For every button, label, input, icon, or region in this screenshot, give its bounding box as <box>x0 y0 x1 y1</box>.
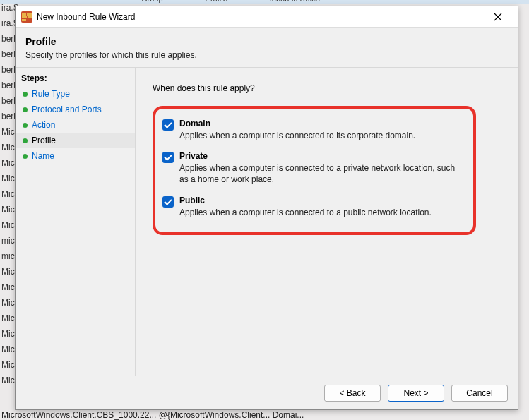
page-title: Profile <box>25 36 508 47</box>
svg-rect-5 <box>22 19 26 21</box>
steps-sidebar: Steps: Rule TypeProtocol and PortsAction… <box>16 68 136 376</box>
checkbox-public[interactable] <box>162 196 174 208</box>
back-button[interactable]: < Back <box>324 385 381 402</box>
profile-option-private: PrivateApplies when a computer is connec… <box>162 151 462 185</box>
profile-option-public: PublicApplies when a computer is connect… <box>162 196 462 218</box>
dialog-title: New Inbound Rule Wizard <box>37 12 482 22</box>
wizard-header: Profile Specify the profiles for which t… <box>16 28 518 68</box>
option-title: Public <box>179 196 462 205</box>
step-label: Rule Type <box>32 89 70 99</box>
step-label: Protocol and Ports <box>32 104 102 114</box>
svg-rect-2 <box>27 13 32 16</box>
new-inbound-rule-wizard-dialog: New Inbound Rule Wizard Profile Specify … <box>15 6 518 410</box>
checkbox-domain[interactable] <box>162 119 174 131</box>
next-button[interactable]: Next > <box>388 385 444 402</box>
step-protocol-and-ports[interactable]: Protocol and Ports <box>16 102 135 117</box>
cancel-button[interactable]: Cancel <box>451 385 508 402</box>
wizard-content: When does this rule apply? DomainApplies… <box>136 68 518 376</box>
option-description: Applies when a computer is connected to … <box>179 162 462 185</box>
steps-heading: Steps: <box>16 73 135 86</box>
close-button[interactable] <box>482 7 513 27</box>
prompt-text: When does this rule apply? <box>153 83 501 93</box>
background-status-row: MicrosoftWindows.Client.CBS_1000.22... @… <box>0 410 529 420</box>
step-label: Action <box>32 120 55 130</box>
option-title: Domain <box>179 119 462 128</box>
option-description: Applies when a computer is connected to … <box>179 130 462 141</box>
page-subtitle: Specify the profiles for which this rule… <box>25 50 508 60</box>
option-description: Applies when a computer is connected to … <box>179 207 462 218</box>
step-bullet-icon <box>23 123 28 128</box>
close-icon <box>494 13 502 21</box>
option-title: Private <box>179 151 462 161</box>
step-bullet-icon <box>23 92 28 97</box>
svg-rect-3 <box>22 16 27 18</box>
step-rule-type[interactable]: Rule Type <box>16 86 135 102</box>
firewall-icon <box>21 11 32 23</box>
step-label: Name <box>32 151 54 161</box>
svg-rect-4 <box>28 16 32 18</box>
step-action[interactable]: Action <box>16 117 135 133</box>
step-label: Profile <box>32 136 56 145</box>
checkbox-private[interactable] <box>162 152 174 163</box>
step-bullet-icon <box>23 107 28 112</box>
step-bullet-icon <box>23 154 28 159</box>
profile-options-highlight: DomainApplies when a computer is connect… <box>153 106 476 235</box>
profile-option-domain: DomainApplies when a computer is connect… <box>162 119 462 141</box>
wizard-footer: < Back Next > Cancel <box>16 376 518 409</box>
step-bullet-icon <box>23 138 28 143</box>
step-profile: Profile <box>16 133 135 148</box>
svg-rect-1 <box>22 13 26 16</box>
step-name[interactable]: Name <box>16 148 135 164</box>
titlebar: New Inbound Rule Wizard <box>16 6 518 28</box>
